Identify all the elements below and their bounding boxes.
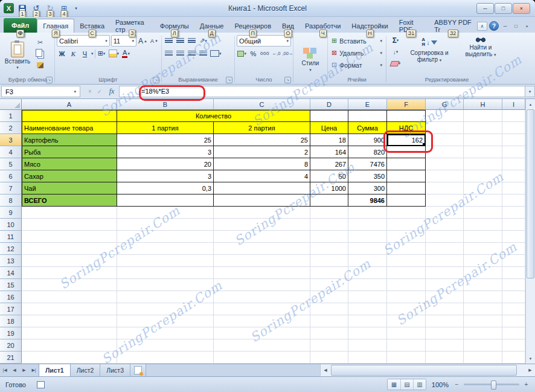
window-restore-button[interactable]: □ xyxy=(495,3,512,14)
cell-G17[interactable] xyxy=(426,303,464,315)
borders-button[interactable]: ⊞▾ xyxy=(97,48,107,59)
row-header-8[interactable]: 8 xyxy=(0,194,22,207)
qat-customize-dropdown[interactable]: ▾ xyxy=(72,6,80,11)
window-close-button[interactable]: × xyxy=(513,3,530,14)
cell-B20[interactable] xyxy=(117,339,214,352)
tab-view[interactable]: ВидО xyxy=(277,19,300,33)
cell-C12[interactable] xyxy=(214,243,310,255)
cell-B8[interactable] xyxy=(117,194,214,207)
help-button[interactable]: ? xyxy=(489,21,499,31)
cell-F5[interactable] xyxy=(387,158,426,170)
cell-B18[interactable] xyxy=(117,315,214,327)
row-header-20[interactable]: 20 xyxy=(0,339,22,352)
tab-abbyy-pdf[interactable]: ABBYY PDF TrЗ2 xyxy=(429,19,477,33)
scroll-up-button[interactable]: ▲ xyxy=(526,99,535,109)
decrease-decimal-button[interactable]: ,00→ xyxy=(283,48,293,59)
row-header-4[interactable]: 4 xyxy=(0,146,22,158)
next-sheet-button[interactable]: ▶ xyxy=(19,364,29,376)
zoom-slider-thumb[interactable] xyxy=(491,381,496,390)
cell-B1[interactable]: Количество xyxy=(117,110,310,122)
comma-style-button[interactable]: 000 xyxy=(260,48,270,59)
cell-B11[interactable] xyxy=(117,231,214,243)
cell-E19[interactable] xyxy=(348,327,387,339)
workbook-minimize-button[interactable]: ─ xyxy=(501,22,510,30)
cell-F16[interactable] xyxy=(387,291,426,303)
cell-D6[interactable]: 50 xyxy=(310,170,348,182)
cell-G8[interactable] xyxy=(426,194,464,207)
align-center-button[interactable] xyxy=(175,48,185,59)
merge-center-button[interactable]: ▾ xyxy=(210,48,222,59)
horizontal-scroll-track[interactable] xyxy=(330,364,525,376)
cell-F13[interactable] xyxy=(387,255,426,267)
cell-I8[interactable] xyxy=(502,194,525,207)
cell-E3[interactable]: 900 xyxy=(348,134,387,146)
cell-D5[interactable]: 267 xyxy=(310,158,348,170)
cell-D18[interactable] xyxy=(310,315,348,327)
cell-E7[interactable]: 300 xyxy=(348,182,387,194)
cell-F4[interactable] xyxy=(387,146,426,158)
cell-B13[interactable] xyxy=(117,255,214,267)
cell-I20[interactable] xyxy=(502,339,525,352)
name-box[interactable]: F3▾ xyxy=(1,86,80,97)
cell-B15[interactable] xyxy=(117,279,214,291)
cell-E14[interactable] xyxy=(348,267,387,279)
wrap-text-button[interactable] xyxy=(198,48,208,59)
cell-E11[interactable] xyxy=(348,231,387,243)
tab-file[interactable]: ФайлФ xyxy=(4,18,37,33)
tab-review[interactable]: РецензировП xyxy=(229,19,277,33)
cell-C9[interactable] xyxy=(214,207,310,219)
cell-D17[interactable] xyxy=(310,303,348,315)
cell-G5[interactable] xyxy=(426,158,464,170)
collapse-ribbon-button[interactable]: ∧ xyxy=(477,22,487,31)
insert-worksheet-button[interactable] xyxy=(130,364,146,376)
cell-A9[interactable] xyxy=(22,207,117,219)
cell-E10[interactable] xyxy=(348,219,387,231)
cell-I6[interactable] xyxy=(502,170,525,182)
cell-F1[interactable] xyxy=(387,110,426,122)
prev-sheet-button[interactable]: ◀ xyxy=(10,364,19,376)
cell-C2[interactable]: 2 партия xyxy=(214,122,310,134)
cell-B12[interactable] xyxy=(117,243,214,255)
cell-D14[interactable] xyxy=(310,267,348,279)
insert-cells-button[interactable]: ⊞Вставить▾ xyxy=(330,35,384,47)
font-color-button[interactable]: А▾ xyxy=(121,48,131,59)
macro-record-button[interactable] xyxy=(36,380,46,390)
cell-I17[interactable] xyxy=(502,303,525,315)
cell-A7[interactable]: Чай xyxy=(22,182,117,194)
insert-function-button[interactable]: fx xyxy=(104,86,119,97)
font-dialog-launcher-icon[interactable]: ↘ xyxy=(153,77,159,83)
paste-button[interactable]: Вставить ▾ xyxy=(3,35,32,76)
cell-G16[interactable] xyxy=(426,291,464,303)
cell-F20[interactable] xyxy=(387,339,426,352)
cell-H13[interactable] xyxy=(464,255,502,267)
enter-entry-button[interactable]: ✓ xyxy=(95,86,104,97)
column-header-H[interactable]: H xyxy=(464,99,502,110)
cell-H3[interactable] xyxy=(464,134,502,146)
tab-insert[interactable]: ВставкаС xyxy=(74,19,110,33)
cell-C8[interactable] xyxy=(214,194,310,207)
cell-A19[interactable] xyxy=(22,327,117,339)
cell-F9[interactable] xyxy=(387,207,426,219)
tab-home[interactable]: ГлавнаяЯ xyxy=(37,19,74,33)
cell-C20[interactable] xyxy=(214,339,310,352)
clear-button[interactable]: ▾ xyxy=(388,58,403,69)
row-header-10[interactable]: 10 xyxy=(0,219,22,231)
tab-foxit-pdf[interactable]: Foxit PDFЗ1 xyxy=(394,19,429,33)
horizontal-scrollbar-thumb[interactable] xyxy=(331,365,517,376)
cell-B7[interactable]: 0,3 xyxy=(117,182,214,194)
cell-I10[interactable] xyxy=(502,219,525,231)
row-header-6[interactable]: 6 xyxy=(0,170,22,182)
cut-button[interactable]: ✂ xyxy=(35,37,45,48)
cell-D19[interactable] xyxy=(310,327,348,339)
row-header-1[interactable]: 1 xyxy=(0,110,22,122)
row-header-16[interactable]: 16 xyxy=(0,291,22,303)
cell-E6[interactable]: 350 xyxy=(348,170,387,182)
cell-E21[interactable] xyxy=(348,352,387,364)
shrink-font-button[interactable]: А▼ xyxy=(149,36,159,47)
cell-A8[interactable]: ВСЕГО xyxy=(22,194,117,207)
cell-E15[interactable] xyxy=(348,279,387,291)
cell-C17[interactable] xyxy=(214,303,310,315)
cell-F17[interactable] xyxy=(387,303,426,315)
cell-C6[interactable]: 4 xyxy=(214,170,310,182)
cell-B9[interactable] xyxy=(117,207,214,219)
